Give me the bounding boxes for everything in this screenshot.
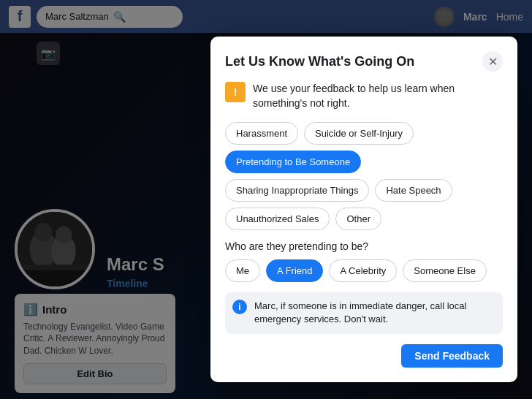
sub-tag-a-friend[interactable]: A Friend [266, 259, 323, 282]
send-feedback-button[interactable]: Send Feedback [401, 344, 503, 368]
modal-header: Let Us Know What's Going On ✕ [225, 51, 503, 72]
tag-hate[interactable]: Hate Speech [375, 179, 452, 202]
warning-icon: ! [225, 82, 246, 102]
info-icon: i [232, 300, 247, 314]
tag-unauthorized[interactable]: Unauthorized Sales [225, 208, 330, 230]
sub-tag-someone-else[interactable]: Someone Else [403, 259, 487, 282]
sub-question: Who are they pretending to be? [225, 240, 503, 252]
modal-close-button[interactable]: ✕ [482, 51, 503, 72]
report-modal: Let Us Know What's Going On ✕ ! We use y… [210, 37, 517, 382]
tag-sharing[interactable]: Sharing Inappropriate Things [225, 179, 369, 202]
tag-pretending[interactable]: Pretending to Be Someone [225, 151, 361, 173]
tags-group-main: Harassment Suicide or Self-Injury Preten… [225, 122, 503, 230]
tags-group-sub: Me A Friend A Celebrity Someone Else [225, 259, 503, 282]
modal-overlay: Let Us Know What's Going On ✕ ! We use y… [0, 0, 532, 399]
tag-other[interactable]: Other [335, 208, 381, 230]
tag-harassment[interactable]: Harassment [225, 122, 298, 145]
sub-tag-a-celebrity[interactable]: A Celebrity [329, 259, 397, 282]
modal-footer: Send Feedback [225, 344, 503, 368]
tag-suicide[interactable]: Suicide or Self-Injury [304, 122, 414, 145]
sub-tag-me[interactable]: Me [225, 259, 260, 282]
info-note: i Marc, if someone is in immediate dange… [225, 292, 503, 333]
modal-title: Let Us Know What's Going On [225, 54, 414, 69]
info-note-text: Marc, if someone is in immediate danger,… [254, 300, 495, 326]
feedback-note: ! We use your feedback to help us learn … [225, 82, 503, 110]
feedback-note-text: We use your feedback to help us learn wh… [253, 82, 503, 110]
